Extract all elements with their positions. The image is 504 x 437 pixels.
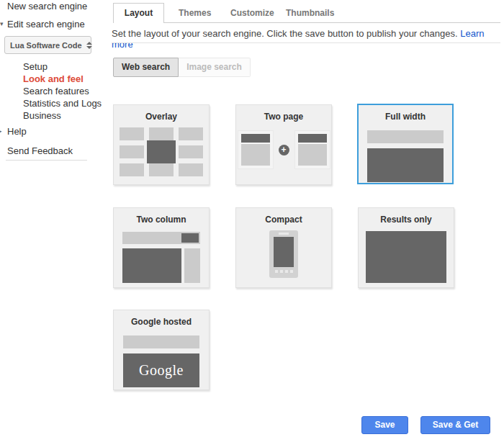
overlay-diagram (120, 127, 203, 176)
description-text: Set the layout of your search engine. Cl… (112, 28, 458, 39)
chevron-right-icon: ▸ (0, 127, 2, 135)
save-get-code-button[interactable]: Save & Get Code (420, 416, 490, 434)
page-panel (294, 130, 330, 169)
image-search-toggle[interactable]: Image search (179, 58, 251, 77)
save-button[interactable]: Save (361, 416, 408, 434)
layout-card-two-column[interactable]: Two column (113, 207, 210, 288)
sidebar-item-help[interactable]: Help (7, 126, 27, 137)
web-search-toggle[interactable]: Web search (113, 58, 179, 77)
search-type-toggle: Web search Image search (113, 58, 251, 77)
tab-customize[interactable]: Customize (230, 3, 274, 23)
sidebar-item-send-feedback[interactable]: Send Feedback (7, 145, 73, 156)
sidebar-divider (6, 160, 87, 161)
engine-selector-dropdown[interactable]: Lua Software Code (4, 36, 91, 54)
layout-card-google-hosted[interactable]: Google hosted Google (113, 310, 210, 390)
tab-themes[interactable]: Themes (179, 3, 211, 23)
layout-card-title: Two column (114, 215, 209, 225)
layout-card-two-page[interactable]: Two page + (235, 104, 332, 185)
chevron-down-icon: ▾ (0, 20, 4, 27)
layout-card-results-only[interactable]: Results only (358, 207, 454, 288)
layout-card-title: Results only (359, 215, 454, 225)
sidebar-item-new-search-engine[interactable]: New search engine (7, 1, 87, 12)
layout-card-title: Google hosted (114, 317, 209, 327)
layout-card-compact[interactable]: Compact (235, 207, 332, 288)
tab-thumbnails[interactable]: Thumbnails (286, 3, 334, 23)
layout-card-full-width[interactable]: Full width (357, 104, 454, 184)
google-logo: Google (123, 353, 199, 387)
plus-icon: + (279, 145, 289, 156)
layout-card-overlay[interactable]: Overlay (113, 104, 210, 185)
sidebar-item-search-features[interactable]: Search features (23, 86, 89, 96)
layout-card-title: Compact (236, 215, 331, 225)
overlay-center-block (147, 140, 176, 163)
layout-card-title: Overlay (114, 112, 209, 122)
page-description: Set the layout of your search engine. Cl… (112, 28, 500, 50)
sidebar-item-setup[interactable]: Setup (23, 61, 48, 72)
google-hosted-diagram: Google (123, 335, 199, 387)
engine-selector-value: Lua Software Code (10, 41, 82, 50)
phone-icon (269, 230, 298, 278)
results-only-diagram (366, 231, 446, 283)
layout-card-title: Two page (236, 112, 331, 122)
description-divider (112, 42, 500, 43)
two-page-diagram: + (236, 130, 331, 169)
sidebar-item-look-and-feel[interactable]: Look and feel (23, 73, 84, 84)
tab-layout[interactable]: Layout (113, 3, 164, 23)
full-width-diagram (367, 130, 444, 182)
updown-icon (86, 42, 92, 49)
sidebar-item-edit-search-engine[interactable]: Edit search engine (7, 19, 85, 30)
two-column-diagram (122, 232, 200, 283)
sidebar-item-business[interactable]: Business (23, 110, 61, 121)
layout-card-title: Full width (359, 112, 452, 122)
page-panel (238, 130, 274, 169)
sidebar-item-statistics-and-logs[interactable]: Statistics and Logs (23, 98, 102, 109)
